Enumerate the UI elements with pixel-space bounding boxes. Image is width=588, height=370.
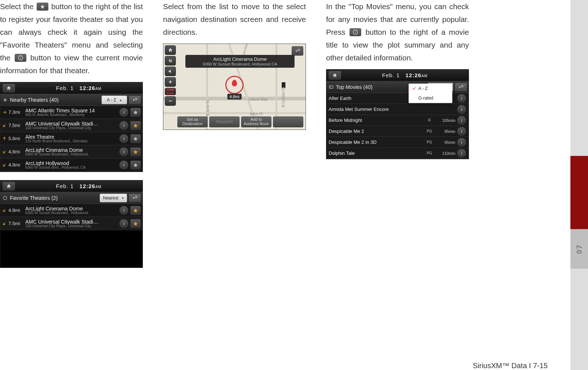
street-label: Afton Pl: [250, 112, 263, 116]
svg-point-3: [5, 99, 5, 100]
map-extra-button[interactable]: [273, 116, 303, 127]
home-button[interactable]: [165, 45, 176, 55]
svg-text:i: i: [355, 30, 356, 34]
zoom-out-button[interactable]: −: [165, 96, 176, 106]
movie-title: Despicable Me 2: [329, 128, 424, 134]
theater-info: ArcLight Cinerama Dome 6360 W Sunset Bou…: [25, 206, 118, 215]
movie-title: Armida Met Summer Encore: [329, 106, 424, 112]
favorite-button[interactable]: [130, 160, 141, 170]
info-button[interactable]: i: [457, 149, 466, 158]
favorite-button[interactable]: [130, 121, 141, 130]
map-screenshot: Leland Way Afton Pl N Gordon St N June S…: [163, 44, 306, 130]
movie-row[interactable]: Dolphin Tale PG 110min i: [326, 148, 469, 159]
side-tab-chapter: 07: [570, 229, 588, 269]
movie-row[interactable]: Despicable Me 2 PG 95min i: [326, 126, 469, 137]
info-icon: i: [350, 28, 361, 36]
street-label: N Gordon St: [281, 87, 285, 108]
page-footer: SiriusXM™ Data I 7-15: [473, 362, 548, 370]
movie-rating: PG: [424, 129, 435, 133]
compass-button[interactable]: N: [165, 56, 176, 66]
favorite-button[interactable]: [130, 147, 141, 157]
info-button[interactable]: i: [119, 160, 129, 170]
info-button[interactable]: i: [457, 116, 466, 125]
svg-point-4: [3, 196, 7, 199]
movie-rating: PG: [424, 140, 435, 144]
back-button[interactable]: [129, 194, 141, 202]
theater-row[interactable]: 5.8mi Alex Theatre 216 North Brand Boule…: [0, 132, 143, 145]
side-tab-red: [570, 156, 588, 229]
theater-row[interactable]: 4.8mi ArcLight Cinerama Dome 6360 W Suns…: [0, 204, 143, 217]
info-button[interactable]: i: [457, 105, 466, 114]
distance-label: 5.8mi: [2, 136, 25, 141]
movie-duration: 105min: [435, 118, 455, 123]
col1-description: Select the button to the right of the li…: [0, 0, 143, 77]
col1-text-a: Select the: [0, 2, 36, 11]
clock: Feb. 1 12:26AM: [15, 85, 143, 91]
home-button[interactable]: [329, 71, 341, 80]
theater-row[interactable]: 7.3mi AMC Atlantic Times Square 14 450 N…: [0, 106, 143, 119]
movie-title: Despicable Me 2 in 3D: [329, 139, 424, 145]
info-button[interactable]: i: [119, 121, 129, 130]
distance-label: 4.8mi: [2, 162, 25, 168]
movie-title: Before Midnight: [329, 117, 424, 123]
nearby-list: 7.3mi AMC Atlantic Times Square 14 450 N…: [0, 106, 143, 172]
favorites-list: 4.8mi ArcLight Cinerama Dome 6360 W Suns…: [0, 204, 143, 230]
clock: Feb. 1 12:26AM: [15, 183, 143, 189]
back-button[interactable]: [129, 96, 141, 104]
info-button[interactable]: i: [119, 219, 129, 228]
info-button[interactable]: i: [457, 127, 466, 136]
sort-dropdown-popup[interactable]: A - Z G-rated: [408, 83, 452, 103]
favorites-header-title: Favorite Theaters (2): [2, 195, 98, 201]
map-pin-icon: [225, 76, 244, 94]
favorite-button[interactable]: [130, 108, 141, 117]
movie-rating: PG: [424, 151, 435, 155]
info-button[interactable]: i: [119, 147, 129, 157]
favorite-theaters-screenshot: Feb. 1 12:26AM Favorite Theaters (2) Nea…: [0, 180, 143, 268]
mute-button[interactable]: [165, 67, 176, 76]
back-button[interactable]: [292, 46, 303, 56]
svg-text:i: i: [20, 56, 21, 60]
street-label: Leland Way: [248, 97, 267, 101]
side-tab-strip: 07: [570, 0, 588, 370]
movie-row[interactable]: Armida Met Summer Encore i: [326, 104, 469, 115]
theater-row[interactable]: 7.5mi AMC Universal Citywalk Stadi… 100 …: [0, 119, 143, 132]
theater-info: AMC Universal Citywalk Stadi… 100 Univer…: [25, 219, 118, 228]
clock: Feb. 1 12:26AM: [341, 72, 469, 78]
info-button[interactable]: i: [119, 108, 129, 117]
set-destination-button[interactable]: Set asDestination: [177, 116, 208, 127]
bookmark-icon: [280, 81, 287, 90]
dropdown-option-grated[interactable]: G-rated: [409, 93, 452, 103]
theater-info: AMC Universal Citywalk Stadi… 100 Univer…: [25, 121, 118, 130]
dropdown-option-az[interactable]: A - Z: [409, 84, 452, 93]
nearby-sort-dropdown[interactable]: A - Z▴: [101, 96, 127, 104]
home-button[interactable]: [3, 84, 15, 93]
distance-label: 7.3mi: [2, 109, 25, 115]
waypoint-button[interactable]: Waypoint: [209, 116, 240, 127]
star-icon: [37, 3, 48, 11]
favorites-sort-dropdown[interactable]: Nearest▾: [100, 194, 127, 202]
distance-label: 7.5mi: [2, 221, 25, 226]
theater-info: ArcLight Hollywood 6360 W Sunset Blvd., …: [25, 161, 118, 169]
movie-title: Dolphin Tale: [329, 150, 424, 156]
theater-row[interactable]: 4.8mi ArcLight Hollywood 6360 W Sunset B…: [0, 158, 143, 172]
info-button[interactable]: i: [119, 206, 129, 215]
scale-button[interactable]: 700ftAuto: [165, 88, 176, 95]
col1-text-b: button to the right of the list to regis…: [0, 2, 143, 62]
add-address-book-button[interactable]: Add toAddress Book: [241, 116, 271, 127]
favorite-button[interactable]: [130, 134, 141, 143]
home-button[interactable]: [3, 182, 15, 191]
movie-duration: 95min: [435, 129, 455, 134]
theater-row[interactable]: 4.8mi ArcLight Cinerama Dome 6360 W Suns…: [0, 145, 143, 158]
back-button[interactable]: [455, 83, 467, 91]
zoom-in-button[interactable]: +: [165, 77, 176, 87]
movie-row[interactable]: Despicable Me 2 in 3D PG 95min i: [326, 137, 469, 148]
map-destination-label: ArcLight Cinerama Dome 6360 W Sunset Bou…: [185, 55, 295, 68]
theater-row[interactable]: 7.5mi AMC Universal Citywalk Stadi… 100 …: [0, 217, 143, 230]
movie-row[interactable]: Before Midnight R 105min i: [326, 115, 469, 126]
favorite-button[interactable]: [130, 219, 141, 228]
favorite-button[interactable]: [130, 206, 141, 215]
info-button[interactable]: i: [119, 134, 129, 143]
info-button[interactable]: i: [457, 94, 466, 103]
info-button[interactable]: i: [457, 138, 466, 147]
map-distance-badge: 4.8mi: [228, 94, 242, 100]
